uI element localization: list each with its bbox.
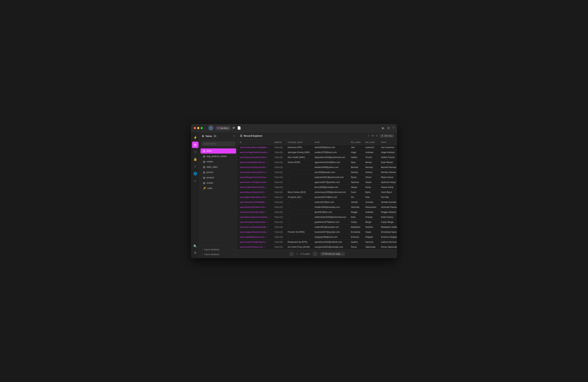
record-id-link[interactable]: artist:10b5lj008p8x6s15v13c ↗ xyxy=(240,236,270,238)
sandbox-badge[interactable]: Sandbox xyxy=(215,126,231,130)
cell-last-name: Byers xyxy=(363,190,378,195)
import-database-item[interactable]: ↓ Import database › xyxy=(200,252,237,257)
export-database-item[interactable]: ↑ Export database › xyxy=(200,247,237,252)
table-row: artist:0314hb363j3f1v55i71m ↗Object(6)Ro… xyxy=(237,160,397,165)
cell-address: Object(6) xyxy=(272,205,285,210)
record-id-link[interactable]: artist:08p5mm901t5u3m54b06x ↗ xyxy=(240,216,270,218)
table-row: artist:03z6dx756c9x1f63e71s ↗Object(6)—y… xyxy=(237,170,397,175)
record-id-link[interactable]: artist:02g1sm014n9l7x43t36m ↗ xyxy=(240,156,270,158)
cell-address: Object(6) xyxy=(272,195,285,200)
tables-count-badge: 8 xyxy=(213,135,217,137)
table-item-product[interactable]: ▦ product xyxy=(201,175,236,180)
sidebar-icon-function[interactable]: ƒ xyxy=(192,163,199,170)
close-button[interactable] xyxy=(194,127,196,129)
table-row: artist:04i5qg222n3x9o33v54g ↗Object(6)—e… xyxy=(237,175,397,180)
record-id-link[interactable]: artist:0314hb363j3f1v55i71m ↗ xyxy=(240,161,270,163)
record-id-link[interactable]: artist:08r4ng910c1f6o54z65d ↗ xyxy=(240,221,270,223)
sidebar-icon-tables[interactable]: ⊞ xyxy=(192,142,199,148)
per-page-selector[interactable]: 25 Results per page ⌄ xyxy=(320,252,345,256)
table-item-avg-product-review[interactable]: ▦ avg_product_review xyxy=(201,154,236,159)
grid-view-icon[interactable]: ⊞ xyxy=(387,126,390,130)
next-page-button[interactable]: › xyxy=(313,252,317,256)
record-id-link[interactable]: artist:08n5qj782f2a6k37z43e ↗ xyxy=(240,206,270,208)
table-row: artist:02g1sm014n9l7x43t36m ↗Object(6)Nm… xyxy=(237,155,397,160)
cell-address: Object(6) xyxy=(272,225,285,230)
filter-icon[interactable]: ≡ xyxy=(376,134,378,137)
cell-name: Keila Chaney xyxy=(379,214,397,219)
external-link-icon: ↗ xyxy=(267,226,268,228)
cell-address: Object(6) xyxy=(272,214,285,219)
export-label: Export database xyxy=(204,248,219,251)
record-id-link[interactable]: artist:01e7bg943k6h3f45m60m ↗ xyxy=(240,151,270,153)
cell-email: everyprice2001@example.com xyxy=(312,244,349,249)
cell-address: Object(6) xyxy=(272,175,285,180)
sidebar-icon-code[interactable]: </> xyxy=(192,178,199,184)
record-id-link[interactable]: artist:03z6dx756c9x1f63e71s ↗ xyxy=(240,171,270,173)
cell-first-name: Isadora xyxy=(348,239,363,244)
cell-last-name: Rasmussen xyxy=(363,205,378,210)
cell-email: guidelines1875@duck.com xyxy=(312,219,349,225)
refresh-icon[interactable]: ⟳ xyxy=(372,134,374,137)
table-item-order[interactable]: 🔑 order xyxy=(201,186,236,191)
record-id-link[interactable]: artist:04i5qg222n3x9o33v54g ↗ xyxy=(240,176,270,178)
add-record-icon[interactable]: + xyxy=(368,134,370,137)
table-item-create[interactable]: ▦ create xyxy=(201,159,236,164)
cell-first-name: Apolonia xyxy=(348,180,363,185)
cell-company-name: Nmc Health (NMC) xyxy=(285,155,312,160)
sidebar-icon-lock[interactable]: 🔒 xyxy=(192,156,199,163)
cell-company-name: Premier Oil (PMO) xyxy=(285,230,312,234)
cell-name: Reggie Hubbard xyxy=(379,210,397,214)
export-icon: ↑ xyxy=(202,248,203,251)
record-id-link[interactable]: artist:10a8ge463s3d3z43x56a ↗ xyxy=(240,231,270,233)
table-name: artist xyxy=(207,149,211,152)
minimize-button[interactable] xyxy=(197,127,199,129)
cell-address: Object(6) xyxy=(272,155,285,160)
record-id-link[interactable]: artist:10v6ek232s8j8y65q07a ↗ xyxy=(240,241,270,243)
record-id-link[interactable]: artist:03z2ca216k3l1q13z35h ↗ xyxy=(240,166,270,168)
table-row: artist:07y6tb130e4u9r34t03y ↗Object(6)—b… xyxy=(237,185,397,190)
prev-page-button[interactable]: ‹ xyxy=(289,252,294,256)
table-item-daily-sales[interactable]: ▦ daily_sales xyxy=(201,164,236,170)
table-name: person xyxy=(207,171,213,173)
cell-address: Object(6) xyxy=(272,244,285,249)
record-id-link[interactable]: artist:08l3xb087n0r8i98b05p ↗ xyxy=(240,201,270,203)
export-chevron-icon: › xyxy=(234,248,235,251)
external-link-icon: ↗ xyxy=(266,176,268,178)
sidebar-icon-nodes[interactable]: ⬡ xyxy=(192,149,199,155)
record-id-link[interactable]: artist:04x4oc779l7g9a37w24a ↗ xyxy=(240,181,270,183)
record-id-link[interactable]: artist:08f4ee212i5p3f10s47j ↗ xyxy=(240,191,270,193)
table-row: artist:08p5mm901t5u3m54b06x ↗Object(6)—n… xyxy=(237,214,397,219)
per-page-chevron-icon: ⌄ xyxy=(341,253,343,255)
play-icon[interactable]: ▶ xyxy=(382,126,384,130)
maximize-button[interactable] xyxy=(201,127,203,129)
doc-icon[interactable]: 📄 xyxy=(237,126,241,130)
cell-first-name: Jenette xyxy=(348,200,363,205)
record-id-link[interactable]: artist:09w7sn092a8p3k58n06i ↗ xyxy=(240,226,270,228)
sidebar-icon-settings[interactable]: ⚙ xyxy=(192,250,199,256)
search-tables-input[interactable] xyxy=(202,142,235,146)
table-item-person[interactable]: ▦ person xyxy=(201,170,236,175)
table-item-artist[interactable]: ▦ artist xyxy=(201,149,236,153)
record-id-link[interactable]: artist:00v8fy339p1m5h98g68m ↗ xyxy=(240,146,270,149)
cell-company-name: Jd Sports (JD.) xyxy=(285,195,312,200)
record-id-link[interactable]: artist:08o3oj303m9j1n46l20i ↗ xyxy=(240,211,270,213)
sync-icon[interactable]: ⟳ xyxy=(232,126,235,130)
record-id-link[interactable]: artist:08j8eu206b7d6b11u05e ↗ xyxy=(240,196,270,198)
current-page: 1 xyxy=(296,253,298,255)
record-id-link[interactable]: artist:07y6tb130e4u9r34t03y ↗ xyxy=(240,186,270,188)
cell-email: inside1861@example.com xyxy=(312,225,349,230)
table-container: id address company_name email first_name… xyxy=(237,140,397,250)
cell-last-name: Chaney xyxy=(363,214,378,219)
cell-first-name: Keila xyxy=(348,214,363,219)
cell-name: Pia Pate xyxy=(379,195,397,200)
sidebar-icon-search[interactable]: 🔍 xyxy=(192,243,199,250)
sidebar-icon-lightning[interactable]: ⚡ xyxy=(192,134,199,141)
sidebar-icon-globe[interactable]: 🌐 xyxy=(192,170,199,177)
help-icon[interactable]: ? xyxy=(393,126,394,130)
sidebar-icons: ⚡ ⊞ ⬡ 🔒 ƒ 🌐 </> 🔍 ⚙ xyxy=(191,132,200,258)
record-id-link[interactable]: artist:10v4ov075f4i1x17i1s ↗ xyxy=(240,246,270,248)
table-item-review[interactable]: ▦ review xyxy=(201,180,236,186)
import-icon: ↓ xyxy=(202,253,203,255)
table-row: artist:03z2ca216k3l1q13z35h ↗Object(6)—d… xyxy=(237,165,397,170)
add-table-button[interactable]: + xyxy=(233,134,235,138)
